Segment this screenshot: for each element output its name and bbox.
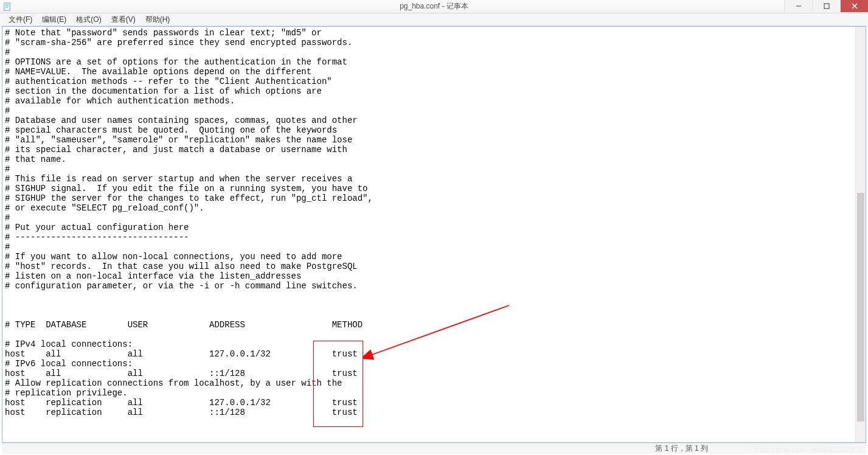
notepad-app-icon	[2, 2, 12, 12]
text-area[interactable]: # Note that "password" sends passwords i…	[2, 27, 866, 419]
menu-help[interactable]: 帮助(H)	[141, 13, 175, 26]
menu-view[interactable]: 查看(V)	[106, 13, 141, 26]
maximize-button[interactable]	[812, 0, 840, 12]
menu-format[interactable]: 格式(O)	[71, 13, 106, 26]
vertical-scrollbar[interactable]	[855, 27, 866, 442]
menu-edit[interactable]: 编辑(E)	[37, 13, 71, 26]
svg-rect-6	[824, 4, 829, 9]
close-button[interactable]	[840, 0, 868, 12]
vertical-scrollbar-thumb[interactable]	[857, 193, 864, 422]
cursor-position-status: 第 1 行，第 1 列	[655, 443, 708, 454]
menu-file[interactable]: 文件(F)	[4, 13, 37, 26]
watermark-text: https://blog.csdn.net/u013237351	[753, 446, 862, 453]
window-controls	[784, 0, 868, 12]
minimize-button[interactable]	[784, 0, 812, 12]
window-title: pg_hba.conf - 记事本	[400, 1, 468, 12]
menubar: 文件(F) 编辑(E) 格式(O) 查看(V) 帮助(H)	[0, 13, 868, 26]
titlebar: pg_hba.conf - 记事本	[0, 0, 868, 13]
editor-viewport: # Note that "password" sends passwords i…	[2, 26, 866, 443]
statusbar: 第 1 行，第 1 列	[2, 443, 866, 454]
